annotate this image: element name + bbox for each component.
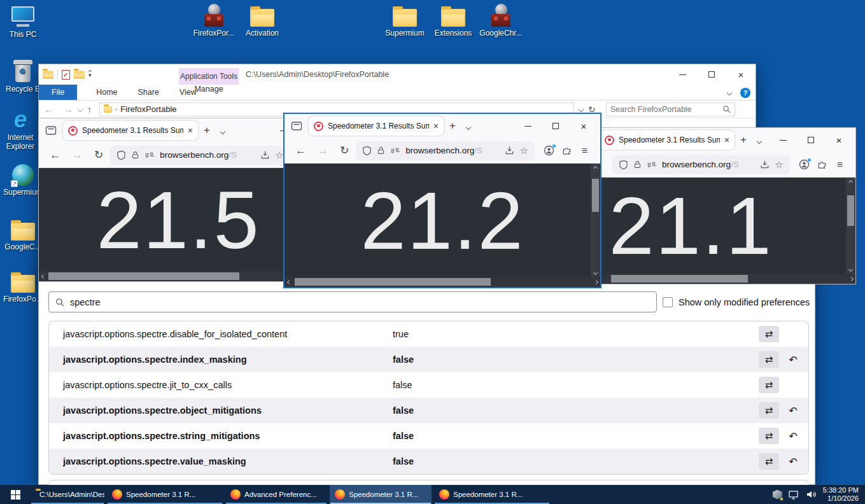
bookmark-star-icon[interactable]: ☆ [519, 145, 528, 157]
url-bar[interactable]: browserbench.org/S ☆ [356, 141, 534, 160]
reset-icon[interactable]: ↶ [787, 405, 799, 417]
clock[interactable]: 5:38:20 PM 1/10/2026 [823, 486, 859, 503]
permissions-icon[interactable] [390, 147, 400, 154]
firefox-view-icon[interactable] [45, 125, 57, 136]
toggle-icon[interactable]: ⇄ [759, 428, 779, 444]
new-folder-icon[interactable] [74, 71, 85, 79]
bookmark-star-icon[interactable]: ☆ [775, 159, 783, 171]
new-tab-icon[interactable]: + [735, 134, 752, 146]
scroll-down-icon[interactable] [591, 268, 600, 277]
taskbar-item-firefox-3[interactable]: Speedometer 3.1 R... [330, 485, 432, 504]
scroll-left-icon[interactable] [285, 281, 293, 284]
tab-file[interactable]: File [39, 85, 77, 100]
maximize-button[interactable] [797, 128, 825, 152]
tabs-list-icon[interactable] [216, 125, 230, 136]
close-button[interactable]: × [726, 64, 756, 85]
explorer-search-input[interactable] [610, 105, 722, 114]
tab-share[interactable]: Share [128, 85, 169, 100]
minimize-button[interactable] [668, 64, 697, 85]
toggle-icon[interactable]: ⇄ [759, 377, 779, 393]
desktop-icon-this-pc[interactable]: This PC [0, 4, 48, 39]
permissions-icon[interactable] [647, 161, 657, 168]
reload-icon[interactable]: ↻ [90, 148, 108, 162]
menu-icon[interactable]: ≡ [579, 145, 590, 157]
close-button[interactable]: × [825, 128, 853, 152]
scrollbar-thumb[interactable] [611, 275, 748, 283]
toggle-icon[interactable]: ⇄ [759, 351, 779, 368]
start-button[interactable] [0, 485, 31, 504]
tab-home[interactable]: Home [86, 85, 127, 100]
toggle-icon[interactable]: ⇄ [759, 326, 779, 342]
tabs-list-icon[interactable] [461, 120, 475, 132]
lock-icon[interactable] [633, 160, 642, 169]
firefox-view-icon[interactable] [291, 121, 302, 131]
vertical-scrollbar[interactable] [591, 164, 600, 277]
shield-icon[interactable] [619, 160, 628, 170]
customize-quick-access-icon[interactable]: ▾ [88, 71, 92, 78]
reset-icon[interactable]: ↶ [787, 456, 799, 468]
taskbar-item-firefox-2[interactable]: Advanced Preferenc... [225, 485, 327, 504]
scrollbar-thumb[interactable] [847, 195, 854, 226]
desktop-icon-googlechrome[interactable]: GoogleChr... [476, 3, 526, 38]
extensions-icon[interactable] [562, 146, 572, 155]
url-bar[interactable]: browserbench.org/S ☆ [110, 146, 290, 165]
volume-icon[interactable] [806, 490, 817, 499]
tab-manage[interactable]: Manage [179, 85, 239, 94]
desktop-icon-firefoxportable[interactable]: FirefoxPor... [189, 3, 239, 38]
scroll-down-icon[interactable] [846, 265, 855, 274]
new-tab-icon[interactable]: + [198, 124, 216, 137]
show-modified-checkbox[interactable] [663, 297, 673, 307]
tab-close-icon[interactable]: × [188, 125, 193, 136]
network-icon[interactable] [789, 490, 799, 500]
maximize-button[interactable] [697, 64, 726, 85]
reload-icon[interactable]: ↻ [335, 144, 353, 157]
browser-tab[interactable]: Speedometer 3.1 Results Summa × [309, 116, 444, 136]
forward-icon[interactable]: → [59, 104, 78, 115]
scrollbar-thumb[interactable] [592, 179, 599, 212]
browser-tab[interactable]: Speedometer 3.1 Results Summa × [600, 130, 735, 150]
lock-icon[interactable] [131, 150, 139, 160]
lock-icon[interactable] [377, 146, 385, 155]
desktop-icon-extensions[interactable]: Extensions [428, 3, 478, 38]
forward-icon[interactable]: → [67, 149, 87, 162]
horizontal-scrollbar[interactable] [285, 277, 600, 287]
save-page-icon[interactable] [760, 160, 770, 169]
maximize-button[interactable] [542, 114, 570, 138]
permissions-icon[interactable] [144, 151, 155, 158]
desktop-icon-supermium-folder[interactable]: Supermium [380, 3, 430, 38]
minimize-button[interactable] [769, 128, 797, 152]
scroll-right-icon[interactable] [847, 277, 855, 281]
up-icon[interactable]: ↑ [82, 104, 97, 115]
vertical-scrollbar[interactable] [846, 178, 855, 274]
toggle-icon[interactable]: ⇄ [759, 402, 779, 419]
browser-tab[interactable]: Speedometer 3.1 Results Summa × [63, 121, 198, 140]
taskbar-item-firefox-1[interactable]: Speedometer 3.1 R... [107, 485, 223, 504]
back-icon[interactable]: ← [39, 104, 59, 115]
url-bar[interactable]: browserbench.org/S ☆ [612, 155, 790, 174]
back-icon[interactable]: ← [45, 149, 65, 162]
explorer-title-bar[interactable]: ✓ ▾ Application Tools C:\Users\Admin\Des… [39, 64, 756, 85]
config-search-input[interactable] [70, 297, 650, 307]
tabs-list-icon[interactable] [752, 134, 766, 146]
desktop-icon-internet-explorer[interactable]: e Internet Explorer [0, 107, 43, 151]
bookmark-star-icon[interactable]: ☆ [275, 150, 283, 161]
tab-close-icon[interactable]: × [433, 121, 439, 131]
scrollbar-thumb[interactable] [295, 278, 491, 286]
expand-ribbon-icon[interactable] [727, 90, 732, 95]
shield-icon[interactable] [362, 146, 372, 156]
taskbar-item-firefox-4[interactable]: Speedometer 3.1 R... [434, 485, 550, 504]
tab-close-icon[interactable]: × [724, 135, 729, 145]
horizontal-scrollbar[interactable] [596, 274, 855, 284]
reset-icon[interactable]: ↶ [787, 354, 799, 366]
reset-icon[interactable]: ↶ [787, 430, 799, 442]
breadcrumb[interactable]: FirefoxPortable [120, 104, 176, 114]
scroll-up-icon[interactable] [846, 178, 855, 186]
desktop-icon-activation[interactable]: Activation [237, 3, 287, 38]
save-page-icon[interactable] [260, 150, 270, 160]
scrollbar-thumb[interactable] [48, 272, 239, 280]
scroll-up-icon[interactable] [591, 164, 600, 172]
properties-icon[interactable]: ✓ [62, 70, 70, 80]
menu-icon[interactable]: ≡ [834, 159, 845, 171]
taskbar-item-explorer[interactable]: C:\Users\Admin\Des... [31, 485, 104, 504]
toggle-icon[interactable]: ⇄ [759, 453, 779, 470]
